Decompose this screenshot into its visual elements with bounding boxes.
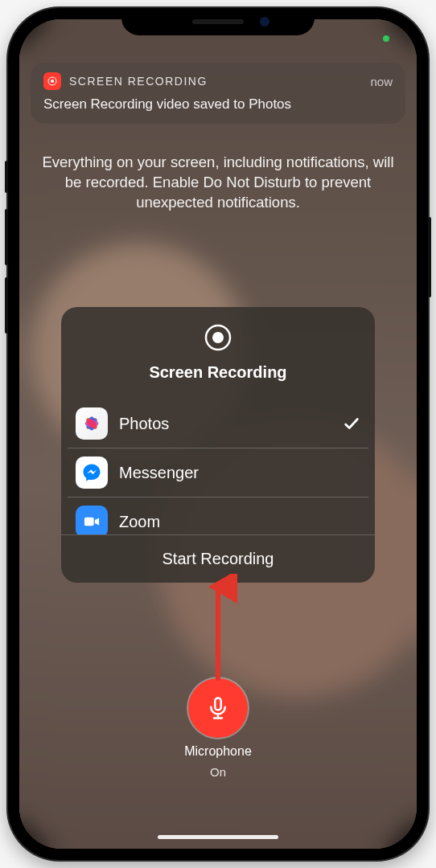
panel-title: Screen Recording — [61, 363, 375, 382]
zoom-app-icon — [76, 506, 108, 534]
screen: SCREEN RECORDING now Screen Recording vi… — [19, 19, 417, 849]
privacy-indicator-dot — [383, 35, 389, 42]
notification-message: Screen Recording video saved to Photos — [43, 96, 393, 113]
microphone-state: On — [210, 765, 226, 779]
microphone-label: Microphone — [184, 744, 252, 759]
svg-point-1 — [51, 80, 54, 83]
checkmark-icon — [343, 415, 360, 432]
option-label: Photos — [119, 415, 331, 433]
option-label: Zoom — [119, 513, 360, 531]
notification-app-name: SCREEN RECORDING — [69, 75, 208, 88]
device-notch — [121, 8, 315, 35]
home-indicator[interactable] — [158, 835, 278, 839]
option-label: Messenger — [119, 464, 360, 482]
start-recording-button[interactable]: Start Recording — [61, 534, 375, 583]
screen-recording-panel: Screen Recording — [61, 307, 375, 583]
messenger-app-icon — [76, 457, 108, 489]
destination-option-zoom[interactable]: Zoom — [68, 497, 368, 534]
photos-app-icon — [76, 407, 108, 440]
svg-rect-13 — [215, 698, 221, 710]
microphone-icon — [206, 696, 230, 720]
destination-list[interactable]: Photos Messenger — [61, 393, 375, 534]
destination-option-photos[interactable]: Photos — [68, 399, 368, 448]
svg-point-3 — [212, 332, 224, 343]
recording-warning-text: Everything on your screen, including not… — [42, 153, 394, 213]
destination-option-messenger[interactable]: Messenger — [68, 448, 368, 497]
notification-timestamp: now — [370, 75, 393, 88]
screen-recording-app-icon — [43, 72, 61, 90]
iphone-device-frame: SCREEN RECORDING now Screen Recording vi… — [8, 8, 428, 860]
record-icon — [204, 323, 232, 352]
svg-rect-12 — [84, 518, 94, 526]
notification-banner[interactable]: SCREEN RECORDING now Screen Recording vi… — [31, 63, 405, 124]
microphone-section: Microphone On — [19, 678, 417, 779]
microphone-toggle-button[interactable] — [188, 678, 248, 738]
